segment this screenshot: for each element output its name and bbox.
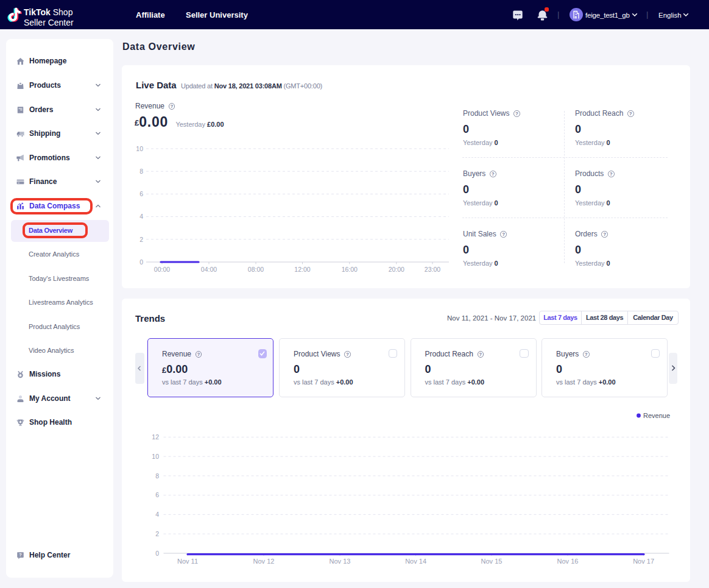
svg-text:0: 0 (155, 550, 159, 557)
svg-text:6: 6 (139, 190, 143, 197)
svg-text:Nov 11: Nov 11 (177, 558, 198, 565)
svg-text:Nov 12: Nov 12 (253, 558, 275, 565)
svg-text:20:00: 20:00 (389, 266, 404, 273)
svg-text:08:00: 08:00 (248, 266, 264, 273)
svg-text:4: 4 (155, 511, 159, 518)
svg-text:Nov 17: Nov 17 (633, 558, 654, 565)
svg-text:16:00: 16:00 (342, 266, 358, 273)
svg-text:2: 2 (139, 236, 143, 243)
svg-text:8: 8 (139, 168, 143, 175)
svg-text:8: 8 (155, 472, 159, 480)
svg-text:0: 0 (139, 258, 143, 266)
svg-text:?: ? (19, 552, 22, 558)
svg-text:10: 10 (136, 145, 143, 152)
svg-text:2: 2 (155, 530, 159, 537)
svg-text:4: 4 (139, 213, 143, 220)
svg-text:Nov 14: Nov 14 (405, 558, 426, 565)
svg-text:12:00: 12:00 (294, 266, 310, 273)
svg-text:Nov 13: Nov 13 (330, 558, 351, 565)
svg-text:Nov 15: Nov 15 (481, 558, 503, 565)
svg-text:6: 6 (155, 491, 159, 498)
svg-text:10: 10 (152, 453, 159, 460)
svg-text:Revenue: Revenue (643, 412, 670, 419)
svg-text:04:00: 04:00 (201, 266, 217, 273)
svg-text:Nov 16: Nov 16 (557, 558, 579, 565)
svg-text:00:00: 00:00 (154, 266, 170, 273)
svg-text:12: 12 (152, 433, 159, 441)
svg-text:23:00: 23:00 (425, 266, 440, 273)
